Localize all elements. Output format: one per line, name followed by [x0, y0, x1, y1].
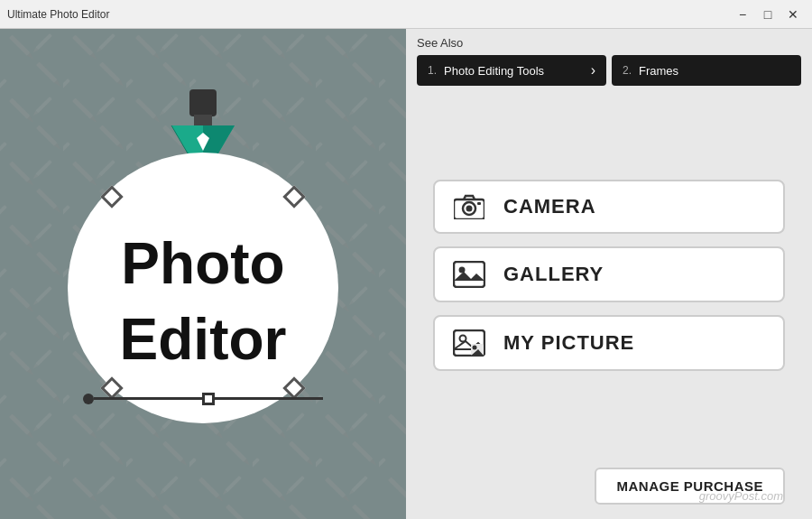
see-also-title: See Also: [417, 36, 801, 50]
handle-bar-left: [94, 397, 202, 400]
gallery-button-label: GALLERY: [503, 263, 604, 286]
right-panel: See Also 1. Photo Editing Tools › 2. Fra…: [406, 29, 812, 519]
my-picture-button[interactable]: MY PICTURE: [433, 315, 785, 371]
watermark: groovyPost.com: [699, 489, 783, 503]
titlebar: Ultimate Photo Editor − □ ✕: [0, 0, 812, 29]
maximize-button[interactable]: □: [756, 5, 780, 24]
main-container: Photo Editor See Also 1. Photo Editing T…: [0, 29, 812, 519]
minimize-button[interactable]: −: [731, 5, 754, 24]
see-also-item-2[interactable]: 2. Frames: [612, 55, 801, 86]
logo-text-editor: Editor: [120, 310, 287, 368]
camera-button-label: CAMERA: [503, 195, 596, 218]
camera-button[interactable]: CAMERA: [433, 180, 785, 234]
see-also-item-1-text: Photo Editing Tools: [444, 64, 584, 78]
titlebar-controls: − □ ✕: [731, 5, 805, 24]
gallery-button[interactable]: GALLERY: [433, 246, 785, 302]
see-also-item-2-num: 2.: [623, 64, 632, 77]
logo-circle: Photo Editor: [68, 153, 338, 423]
handle-square: [202, 393, 215, 405]
manage-area: MANAGE PURCHASE groovyPost.com: [406, 459, 812, 519]
chevron-right-icon: ›: [591, 62, 595, 79]
gallery-icon: [453, 261, 485, 288]
titlebar-title: Ultimate Photo Editor: [7, 8, 109, 21]
my-picture-button-label: MY PICTURE: [503, 331, 634, 355]
see-also-section: See Also 1. Photo Editing Tools › 2. Fra…: [406, 29, 812, 91]
logo-container: Photo Editor: [68, 153, 338, 423]
buttons-area: CAMERA GALLERY: [406, 91, 812, 459]
see-also-item-2-text: Frames: [639, 64, 790, 78]
svg-rect-19: [454, 262, 484, 287]
see-also-item-1[interactable]: 1. Photo Editing Tools ›: [417, 55, 606, 86]
svg-point-17: [466, 205, 473, 211]
close-button[interactable]: ✕: [781, 5, 805, 24]
see-also-items: 1. Photo Editing Tools › 2. Frames: [417, 55, 801, 86]
svg-marker-21: [454, 272, 484, 281]
svg-rect-10: [194, 115, 212, 125]
corner-diamond-tl: [100, 185, 123, 208]
camera-icon: [453, 194, 485, 219]
handle-dot: [83, 394, 94, 404]
logo-text-photo: Photo: [121, 235, 284, 292]
svg-rect-18: [477, 202, 481, 205]
left-panel: Photo Editor: [0, 29, 406, 519]
corner-diamond-tr: [282, 185, 305, 208]
handle-line: [83, 393, 323, 405]
see-also-item-1-num: 1.: [428, 64, 437, 77]
handle-bar-right: [215, 397, 323, 400]
svg-point-26: [473, 345, 477, 349]
picture-icon: [453, 329, 485, 357]
svg-rect-9: [189, 89, 217, 116]
